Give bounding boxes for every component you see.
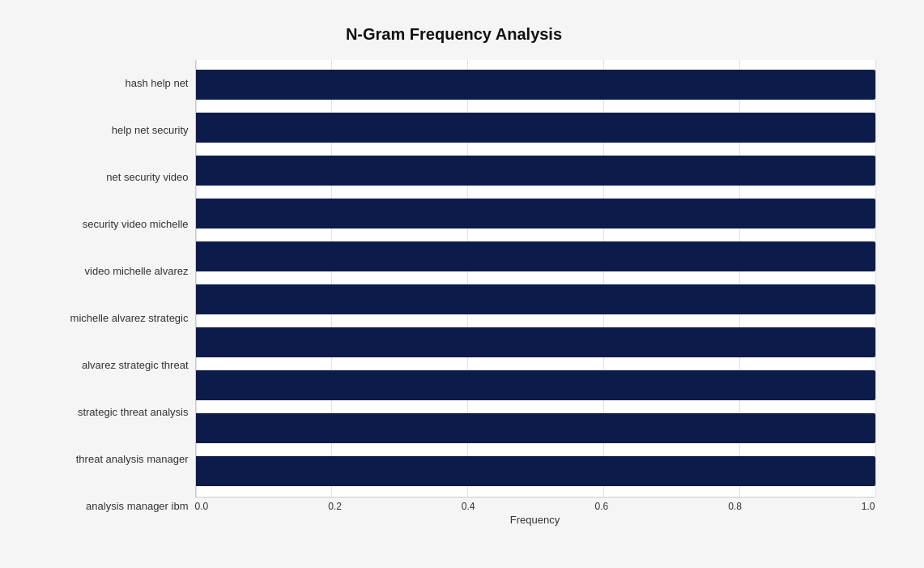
y-axis-label: threat analysis manager: [76, 454, 189, 464]
x-tick: 0.0: [195, 501, 209, 512]
grid-line: [875, 60, 876, 497]
bar: [196, 70, 875, 100]
bar: [196, 241, 875, 271]
bar-row: [196, 453, 875, 489]
bar: [196, 370, 875, 400]
bar: [196, 156, 875, 186]
chart-container: N-Gram Frequency Analysis hash help neth…: [17, 9, 908, 560]
bar-row: [196, 195, 875, 232]
y-axis-label: video michelle alvarez: [85, 266, 189, 276]
bar-row: [196, 66, 875, 103]
bar-row: [196, 410, 875, 446]
x-ticks: 0.00.20.40.60.81.0: [195, 498, 875, 514]
y-axis-label: hash help net: [125, 78, 188, 88]
y-axis-label: security video michelle: [83, 219, 189, 229]
bar: [196, 113, 875, 143]
bars-area: [195, 60, 875, 498]
y-axis-label: net security video: [106, 172, 188, 182]
bar-row: [196, 109, 875, 146]
y-axis-label: alvarez strategic threat: [82, 360, 189, 370]
bar-row: [196, 238, 875, 275]
y-axis-label: strategic threat analysis: [78, 407, 189, 417]
y-axis: hash help nethelp net securitynet securi…: [33, 60, 195, 530]
x-tick: 0.4: [462, 501, 475, 512]
x-tick: 0.2: [328, 501, 342, 512]
bar-row: [196, 324, 875, 361]
y-axis-label: help net security: [112, 125, 189, 135]
chart-area: hash help nethelp net securitynet securi…: [33, 60, 875, 530]
x-tick: 0.8: [728, 501, 742, 512]
x-axis-label: Frequency: [195, 514, 875, 526]
x-tick: 1.0: [862, 501, 875, 512]
bars-and-xaxis: 0.00.20.40.60.81.0 Frequency: [195, 60, 875, 530]
bar-row: [196, 152, 875, 189]
bar: [196, 413, 875, 443]
bar: [196, 284, 875, 314]
bar: [196, 327, 875, 357]
bar-row: [196, 281, 875, 318]
bar-row: [196, 367, 875, 404]
x-axis: 0.00.20.40.60.81.0 Frequency: [195, 498, 875, 530]
x-tick: 0.6: [594, 501, 608, 512]
bar: [196, 456, 875, 486]
chart-title: N-Gram Frequency Analysis: [33, 25, 875, 44]
bar: [196, 199, 875, 228]
y-axis-label: michelle alvarez strategic: [70, 313, 189, 323]
y-axis-label: analysis manager ibm: [86, 501, 188, 511]
